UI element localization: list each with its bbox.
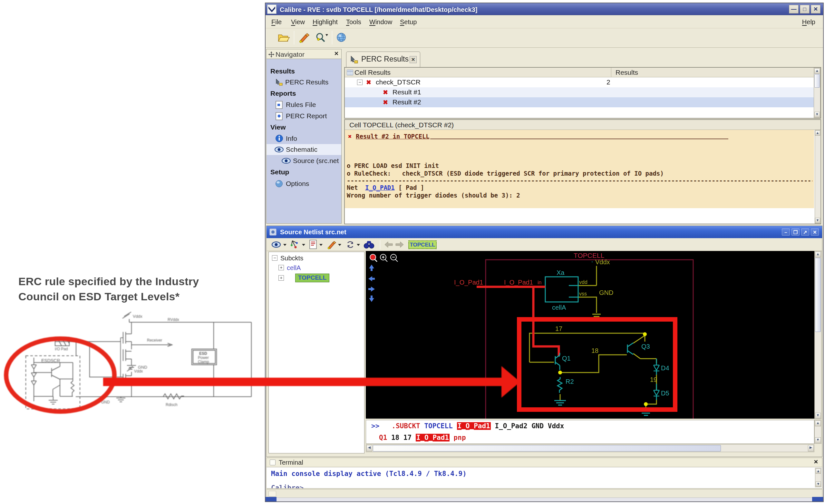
- column-header-results[interactable]: Results: [615, 69, 638, 76]
- q1-label: Q1: [562, 355, 571, 362]
- find-binoculars-icon[interactable]: [363, 240, 375, 251]
- menu-help[interactable]: Help: [802, 18, 815, 26]
- terminal-scrollbar[interactable]: ▲ ▼: [815, 468, 821, 487]
- pen-dropdown-caret[interactable]: [338, 244, 341, 246]
- nav-section-reports: Reports: [271, 90, 296, 97]
- expand-expander-icon[interactable]: +: [279, 265, 284, 270]
- swap-views-icon[interactable]: [345, 240, 356, 251]
- open-folder-icon[interactable]: [277, 31, 290, 45]
- label-vddx-top: Vddx: [133, 314, 142, 319]
- netlist-hscrollbar[interactable]: ◀ ▶: [366, 444, 814, 452]
- table-row-check-dtscr[interactable]: − ✖ check_DTSCR 2: [345, 77, 814, 87]
- results-scrollbar[interactable]: ▲ ▼: [814, 68, 821, 118]
- column-header-cell-results[interactable]: Cell Results: [355, 69, 391, 76]
- nav-item-perc-report[interactable]: PERC Report: [267, 111, 341, 122]
- info-icon: [275, 134, 283, 142]
- netlist-text-panel[interactable]: >> .SUBCKT TOPCELL I_O_Pad1 I_O_Pad2 GND…: [366, 420, 814, 444]
- nav-item-perc-results[interactable]: PERC Results: [267, 77, 341, 88]
- source-minimize-icon[interactable]: –: [782, 228, 790, 235]
- collapse-expander-icon[interactable]: −: [272, 255, 278, 261]
- history-cell-badge[interactable]: TOPCELL: [408, 240, 437, 249]
- window-bottom-left-corner: [266, 497, 277, 501]
- menu-file[interactable]: File: [271, 18, 282, 26]
- error-x-icon: ✖: [383, 89, 388, 96]
- schematic-scrollbar[interactable]: ▲ ▼: [814, 251, 821, 419]
- source-eye-icon: [281, 157, 291, 164]
- result-2-link[interactable]: Result #2 in TOPCELL: [356, 133, 430, 140]
- menu-view[interactable]: View: [291, 18, 305, 26]
- detail-report-body: ✖ Result #2 in TOPCELL o PERC LOAD esd I…: [345, 130, 814, 224]
- source-window-title: Source Netlist src.net: [280, 228, 347, 236]
- terminal-close-icon[interactable]: ✕: [814, 458, 818, 465]
- probe-dropdown-caret[interactable]: [302, 244, 305, 246]
- vddx-label: Vddx: [595, 259, 610, 266]
- in-pin-label: in: [537, 280, 541, 285]
- forward-arrow-icon[interactable]: [395, 241, 404, 250]
- status-grip: [269, 491, 276, 497]
- schematic-zoom-icons[interactable]: [370, 254, 398, 262]
- menu-tools[interactable]: Tools: [346, 18, 361, 26]
- nav-item-schematic[interactable]: Schematic: [267, 144, 341, 155]
- view-eye-icon[interactable]: [271, 240, 283, 250]
- schematic-pan-arrows[interactable]: [368, 265, 375, 302]
- column-separator[interactable]: [611, 68, 611, 77]
- web-globe-icon[interactable]: [336, 32, 347, 44]
- calibre-rve-window: Calibre - RVE : svdb TOPCELL [/home/dmed…: [265, 3, 824, 502]
- close-button[interactable]: ✕: [811, 5, 821, 13]
- detail-scrollbar[interactable]: ▲ ▼: [815, 130, 821, 224]
- view-dropdown-caret[interactable]: [283, 244, 287, 246]
- highlight-pen-icon[interactable]: [298, 31, 310, 45]
- schematic-eye-icon: [274, 146, 284, 153]
- source-detach-icon[interactable]: ↗: [801, 228, 809, 235]
- source-close-icon[interactable]: ✕: [811, 228, 819, 235]
- report-net-line: Net I_O_PAD1 [ Pad ]: [347, 184, 424, 191]
- search-icon[interactable]: [314, 31, 329, 45]
- navigator-close-icon[interactable]: ✕: [334, 50, 339, 57]
- menu-window[interactable]: Window: [369, 18, 392, 26]
- collapse-expander-icon[interactable]: −: [357, 80, 363, 85]
- power-nets: [529, 266, 657, 411]
- terminal-output[interactable]: Main console display active (Tcl8.4.9 / …: [266, 467, 822, 489]
- nav-item-source[interactable]: Source (src.net: [267, 155, 341, 166]
- netlist-vscrollbar[interactable]: ▲ ▼: [814, 420, 821, 444]
- svg-text:-: -: [591, 259, 593, 264]
- nav-item-rules-file[interactable]: Rules File: [267, 99, 341, 110]
- report-page-icon[interactable]: [309, 240, 317, 251]
- perc-tab-icon: [350, 55, 359, 64]
- navigator-drag-icon: [268, 51, 275, 58]
- expand-expander-icon[interactable]: +: [279, 275, 284, 281]
- source-title-bar[interactable]: Source Netlist src.net – ❐ ↗ ✕: [267, 226, 822, 238]
- tab-perc-results[interactable]: PERC Results ✕: [346, 52, 420, 67]
- vss-pin-label: vss: [579, 291, 587, 296]
- status-bar: [266, 489, 822, 498]
- navigator-header[interactable]: Navigator ✕: [267, 49, 341, 59]
- report-dropdown-caret[interactable]: [319, 244, 322, 246]
- back-arrow-icon[interactable]: [384, 241, 393, 250]
- probe-tree-icon[interactable]: [290, 239, 301, 251]
- title-bar[interactable]: Calibre - RVE : svdb TOPCELL [/home/dmed…: [266, 3, 823, 15]
- source-restore-icon[interactable]: ❐: [792, 228, 800, 235]
- error-x-icon: ✖: [383, 98, 388, 106]
- tab-close-icon[interactable]: ✕: [409, 56, 417, 63]
- terminal-line-1: Main console display active (Tcl8.4.9 / …: [271, 470, 467, 478]
- nav-item-info[interactable]: Info: [267, 133, 341, 144]
- minimize-button[interactable]: —: [789, 5, 799, 13]
- highlighted-net-2: I_O_Pad1: [416, 434, 450, 441]
- annotation-heading-line2: Council on ESD Target Levels*: [18, 289, 263, 304]
- red-annotation-arrow: [97, 355, 525, 409]
- menu-setup[interactable]: Setup: [400, 18, 417, 26]
- net-i-o-pad1-link[interactable]: I_O_PAD1: [365, 184, 395, 191]
- table-row-result-2[interactable]: ✖ Result #2: [345, 97, 814, 107]
- table-row-result-1[interactable]: ✖ Result #1: [345, 87, 814, 97]
- junction-dots: [558, 332, 648, 406]
- report-separator: ----------------------------------------…: [347, 177, 812, 184]
- nav-item-options[interactable]: Options: [267, 178, 341, 189]
- terminal-title-bar[interactable]: Terminal ✕: [266, 457, 822, 467]
- navigator-panel: Navigator ✕ Results PERC Results Reports…: [266, 49, 342, 224]
- menu-highlight[interactable]: Highlight: [313, 18, 338, 26]
- swap-dropdown-caret[interactable]: [357, 244, 360, 246]
- maximize-button[interactable]: □: [800, 5, 810, 13]
- netlist-line-1: >> .SUBCKT TOPCELL I_O_Pad1 I_O_Pad2 GND…: [371, 422, 564, 430]
- highlight-pen2-icon[interactable]: [326, 240, 337, 251]
- net18-label: 18: [591, 347, 598, 354]
